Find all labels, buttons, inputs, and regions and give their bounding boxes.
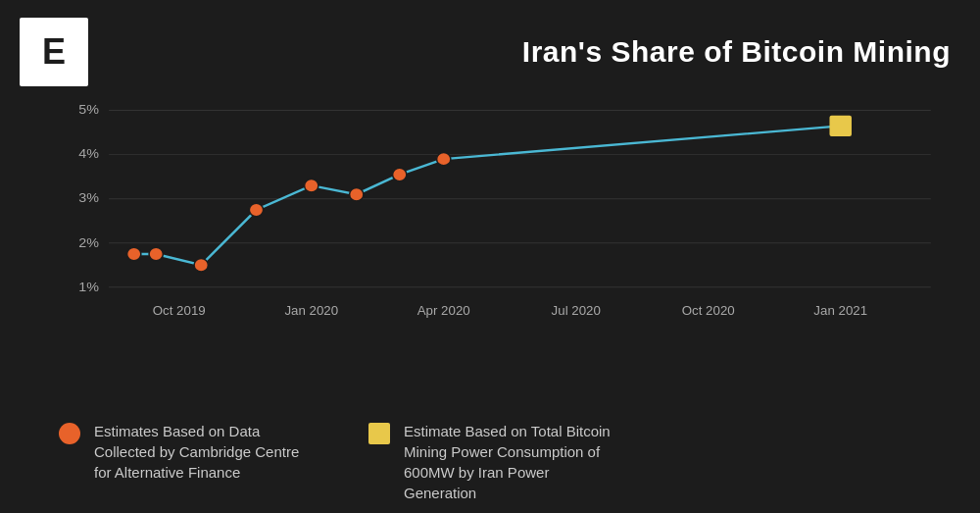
- legend-label-2: Estimate Based on Total Bitcoin Mining P…: [404, 421, 619, 503]
- svg-text:Jul 2020: Jul 2020: [552, 304, 601, 319]
- svg-point-23: [437, 152, 451, 165]
- svg-point-18: [194, 259, 208, 272]
- svg-text:2%: 2%: [78, 234, 99, 249]
- svg-point-19: [249, 203, 263, 216]
- svg-text:Oct 2020: Oct 2020: [682, 304, 735, 319]
- svg-text:3%: 3%: [78, 190, 99, 205]
- title-area: Iran's Share of Bitcoin Mining: [88, 35, 951, 69]
- legend-item-1: Estimates Based on Data Collected by Cam…: [59, 421, 310, 503]
- svg-text:5%: 5%: [78, 102, 99, 117]
- svg-text:4%: 4%: [78, 146, 99, 161]
- svg-point-21: [350, 187, 364, 200]
- legend: Estimates Based on Data Collected by Cam…: [0, 403, 980, 513]
- logo-text: E: [42, 31, 66, 73]
- svg-point-17: [149, 247, 163, 260]
- svg-point-16: [127, 247, 141, 260]
- svg-point-20: [305, 179, 318, 191]
- main-container: E Iran's Share of Bitcoin Mining 5% 4% 3…: [0, 0, 980, 513]
- svg-text:Oct 2019: Oct 2019: [153, 304, 206, 319]
- svg-text:Apr 2020: Apr 2020: [417, 304, 470, 319]
- logo: E: [20, 18, 88, 86]
- chart-svg: 5% 4% 3% 2% 1% Oct 2019 Jan 2020 Apr 202…: [59, 101, 941, 327]
- legend-circle-icon: [59, 423, 80, 444]
- chart-title: Iran's Share of Bitcoin Mining: [522, 35, 951, 68]
- legend-square-icon: [368, 423, 390, 444]
- svg-text:1%: 1%: [78, 279, 99, 293]
- header: E Iran's Share of Bitcoin Mining: [0, 0, 980, 91]
- legend-label-1: Estimates Based on Data Collected by Cam…: [94, 421, 310, 483]
- svg-rect-24: [829, 116, 852, 136]
- svg-text:Jan 2020: Jan 2020: [284, 304, 338, 319]
- chart-wrapper: 5% 4% 3% 2% 1% Oct 2019 Jan 2020 Apr 202…: [0, 91, 980, 403]
- legend-item-2: Estimate Based on Total Bitcoin Mining P…: [368, 421, 619, 503]
- svg-point-22: [393, 168, 407, 180]
- svg-text:Jan 2021: Jan 2021: [813, 304, 867, 319]
